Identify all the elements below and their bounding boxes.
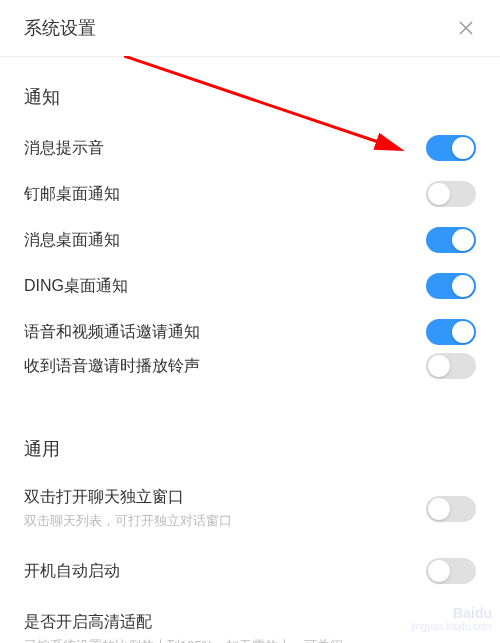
setting-hint: 双击聊天列表，可打开独立对话窗口 <box>24 512 232 530</box>
toggle-ding-desktop[interactable] <box>426 273 476 299</box>
close-icon[interactable] <box>456 18 476 38</box>
toggle-voice-ring[interactable] <box>426 353 476 379</box>
section-title-notification: 通知 <box>24 57 476 125</box>
setting-label: 消息桌面通知 <box>24 230 120 251</box>
setting-row-call-invite: 语音和视频通话邀请通知 <box>24 309 476 349</box>
toggle-call-invite[interactable] <box>426 319 476 345</box>
toggle-auto-start[interactable] <box>426 558 476 584</box>
setting-label-group: 双击打开聊天独立窗口 双击聊天列表，可打开独立对话窗口 <box>24 487 232 530</box>
setting-row-message-desktop: 消息桌面通知 <box>24 217 476 263</box>
setting-label: 钉邮桌面通知 <box>24 184 120 205</box>
settings-content: 通知 消息提示音 钉邮桌面通知 消息桌面通知 DING桌面通知 语音和视频通话邀… <box>0 57 500 643</box>
toggle-dblclick-chat[interactable] <box>426 496 476 522</box>
setting-label: 开机自动启动 <box>24 561 120 582</box>
setting-hint-cutoff: 已按系统设置的比例放大到125%，如无需放大，可关闭 <box>24 633 476 643</box>
setting-label: 是否开启高清适配 <box>24 612 152 633</box>
dialog-title: 系统设置 <box>24 16 96 40</box>
setting-label: 收到语音邀请时播放铃声 <box>24 356 200 377</box>
section-title-general: 通用 <box>24 389 476 477</box>
setting-label: 双击打开聊天独立窗口 <box>24 487 232 508</box>
setting-row-hidpi: 是否开启高清适配 <box>24 594 476 633</box>
setting-row-message-sound: 消息提示音 <box>24 125 476 171</box>
setting-row-dblclick-chat: 双击打开聊天独立窗口 双击聊天列表，可打开独立对话窗口 <box>24 477 476 540</box>
setting-label: 消息提示音 <box>24 138 104 159</box>
toggle-dingmail-desktop[interactable] <box>426 181 476 207</box>
dialog-header: 系统设置 <box>0 0 500 57</box>
toggle-message-desktop[interactable] <box>426 227 476 253</box>
setting-label-group: 是否开启高清适配 <box>24 612 152 633</box>
setting-row-dingmail-desktop: 钉邮桌面通知 <box>24 171 476 217</box>
setting-row-ding-desktop: DING桌面通知 <box>24 263 476 309</box>
setting-label: DING桌面通知 <box>24 276 128 297</box>
setting-row-voice-ring: 收到语音邀请时播放铃声 <box>24 349 476 389</box>
toggle-message-sound[interactable] <box>426 135 476 161</box>
setting-row-auto-start: 开机自动启动 <box>24 540 476 594</box>
setting-label: 语音和视频通话邀请通知 <box>24 322 200 343</box>
